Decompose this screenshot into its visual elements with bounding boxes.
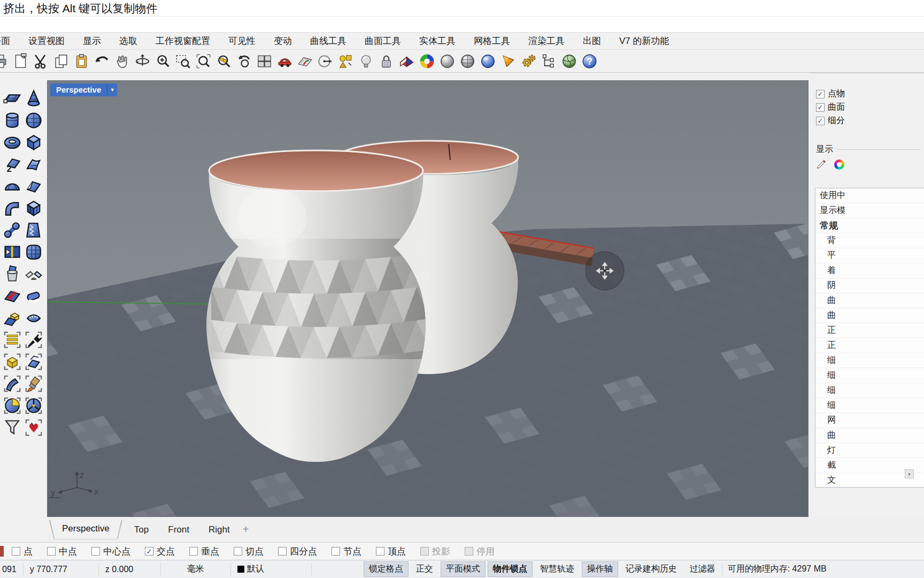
named-views-car-icon[interactable] xyxy=(276,53,293,70)
display-list-item[interactable]: 正 xyxy=(815,338,924,353)
subd-torus-icon[interactable] xyxy=(3,133,22,152)
lock-objects-icon[interactable] xyxy=(378,53,395,70)
checkbox[interactable] xyxy=(420,547,429,556)
filter-checkbox-row[interactable]: ✓细分 xyxy=(816,115,845,126)
units-readout[interactable]: 毫米 xyxy=(161,564,230,575)
layer-indicator[interactable]: 默认 xyxy=(231,564,311,575)
copy-icon[interactable] xyxy=(53,53,70,70)
checkbox[interactable]: ✓ xyxy=(816,103,825,112)
multipipe-icon[interactable] xyxy=(3,220,22,240)
checkbox[interactable] xyxy=(189,547,198,556)
viewport-container[interactable]: Perspective ▼ xyxy=(47,80,808,517)
osnap-toggle[interactable]: ✓交点 xyxy=(145,545,175,558)
funnel-filter-icon[interactable] xyxy=(3,418,22,437)
toolbar-tab[interactable]: 显示 xyxy=(83,35,101,47)
rendered-sphere-icon[interactable] xyxy=(459,53,476,70)
new-file-icon[interactable] xyxy=(12,53,29,70)
osnap-toggle[interactable]: 节点 xyxy=(332,545,361,558)
extrude-subd-icon[interactable]: 2 xyxy=(3,155,22,174)
undo-icon[interactable] xyxy=(94,53,110,70)
zoom-window-icon[interactable] xyxy=(175,53,191,70)
subd-smooth-icon[interactable] xyxy=(24,242,43,262)
osnap-toggle[interactable]: 点 xyxy=(12,545,33,558)
checkbox[interactable] xyxy=(376,547,384,556)
tab-top[interactable]: Top xyxy=(127,522,156,537)
set-radius-icon[interactable] xyxy=(317,53,334,70)
subd-cone-icon[interactable] xyxy=(24,89,43,108)
flag-cone-icon[interactable] xyxy=(500,53,517,70)
add-viewport-button[interactable]: + xyxy=(243,523,249,536)
display-list-item[interactable]: 曲 xyxy=(815,428,924,443)
stitch-band-icon[interactable] xyxy=(24,308,43,328)
paste-clipboard-icon[interactable] xyxy=(73,53,90,70)
layers-wedge-icon[interactable] xyxy=(398,53,415,70)
color-wheel-icon[interactable] xyxy=(834,159,844,170)
printer-icon[interactable] xyxy=(0,53,9,70)
toolbar-tab[interactable]: 设置视图 xyxy=(28,35,65,47)
osnap-toggle[interactable]: 切点 xyxy=(234,545,264,558)
checkbox[interactable] xyxy=(465,547,473,556)
display-list-item[interactable]: 灯 xyxy=(815,443,924,458)
display-list-item[interactable]: 细 xyxy=(815,398,924,413)
delete-face-icon[interactable] xyxy=(3,286,22,306)
toolbar-tab[interactable]: 渲染工具 xyxy=(528,35,565,47)
filter-checkbox-row[interactable]: ✓点物 xyxy=(816,88,845,100)
eraser-icon[interactable] xyxy=(24,286,43,306)
subd-pipe-icon[interactable] xyxy=(3,199,22,218)
tab-right[interactable]: Right xyxy=(201,522,237,537)
display-list-item[interactable]: 细 xyxy=(815,353,924,368)
checkbox[interactable] xyxy=(91,547,100,556)
unwrap-box-icon[interactable] xyxy=(3,352,22,371)
sphere-quadrant-icon[interactable] xyxy=(3,396,22,415)
sphere-axes-icon[interactable] xyxy=(24,396,43,415)
toolbar-tab[interactable]: 曲线工具 xyxy=(310,35,346,47)
toolbar-tab[interactable]: 工作视窗配置 xyxy=(156,35,210,47)
history-tree-icon[interactable] xyxy=(541,53,557,70)
bridge-icon[interactable] xyxy=(24,264,43,284)
earth-render-icon[interactable] xyxy=(561,53,578,70)
undo-view-icon[interactable] xyxy=(236,53,252,70)
repair-wrench-icon[interactable] xyxy=(24,330,43,349)
checkbox[interactable] xyxy=(47,547,56,556)
select-heart-icon[interactable]: ♥ xyxy=(24,418,43,437)
toolbar-tab[interactable]: 选取 xyxy=(119,35,137,47)
status-toggle[interactable]: 智慧轨迹 xyxy=(535,561,580,577)
color-wheel-icon[interactable] xyxy=(419,53,435,70)
checkbox[interactable] xyxy=(278,547,287,556)
marker-pen-icon[interactable] xyxy=(816,159,827,170)
status-toggle[interactable]: 操作轴 xyxy=(582,561,618,577)
toolbar-tab[interactable]: 出图 xyxy=(583,35,601,47)
display-list-item[interactable]: 显示模 xyxy=(815,203,924,218)
four-viewports-icon[interactable] xyxy=(256,53,273,70)
scissors-cut-icon[interactable] xyxy=(33,53,49,70)
zoom-dynamic-icon[interactable] xyxy=(155,53,171,70)
display-list-item[interactable]: 使用中 xyxy=(815,188,924,203)
subd-solid-icon[interactable] xyxy=(24,199,43,218)
delete-trash-icon[interactable] xyxy=(3,264,22,284)
toolbar-tab[interactable]: 可见性 xyxy=(228,35,256,47)
subd-sphere-icon[interactable] xyxy=(24,111,43,130)
viewport-title-dropdown-icon[interactable]: ▼ xyxy=(107,83,117,96)
scroll-down-button[interactable]: ▾ xyxy=(905,469,914,478)
flatten-srf-icon[interactable] xyxy=(24,352,43,371)
viewport-title-label[interactable]: Perspective xyxy=(50,83,107,96)
crease-icon[interactable] xyxy=(3,330,22,349)
tab-perspective-label[interactable]: Perspective xyxy=(49,520,122,539)
status-toggle[interactable]: 过滤器 xyxy=(684,561,721,577)
status-toggle[interactable]: 锁定格点 xyxy=(364,561,409,577)
status-toggle[interactable]: 物件锁点 xyxy=(488,561,533,577)
toolbar-tab[interactable]: 曲面工具 xyxy=(365,35,401,47)
subd-plane-icon[interactable] xyxy=(3,89,22,108)
display-list-item[interactable]: 细 xyxy=(815,368,924,383)
options-gears-icon[interactable] xyxy=(520,53,537,70)
display-list-item[interactable]: 正 xyxy=(815,323,924,338)
command-input[interactable] xyxy=(0,16,924,32)
status-toggle[interactable]: 记录建构历史 xyxy=(620,561,682,577)
viewport-title-bar[interactable]: Perspective ▼ xyxy=(50,83,117,96)
display-list-item[interactable]: 着 xyxy=(815,263,924,278)
display-list-item[interactable]: 细 xyxy=(815,383,924,398)
display-list-item[interactable]: 网 xyxy=(815,413,924,428)
insert-edge-icon[interactable] xyxy=(3,242,22,262)
osnap-toggle[interactable]: 中心点 xyxy=(91,545,130,558)
toolbar-tab[interactable]: 平面 xyxy=(0,35,10,47)
